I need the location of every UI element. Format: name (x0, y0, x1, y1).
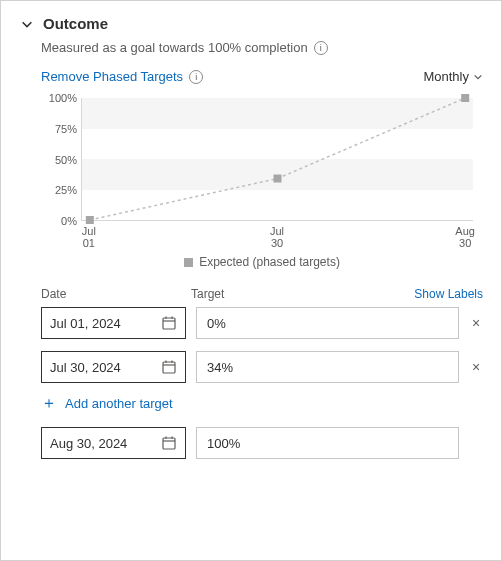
chevron-down-icon[interactable] (19, 16, 35, 32)
section-title: Outcome (43, 15, 108, 32)
target-field[interactable]: 100% (196, 427, 459, 459)
y-tick: 75% (41, 123, 77, 135)
subtitle-text: Measured as a goal towards 100% completi… (41, 40, 308, 55)
legend-swatch (184, 258, 193, 267)
x-tick: Jul 30 (270, 225, 284, 249)
target-value: 100% (207, 436, 240, 451)
show-labels-link[interactable]: Show Labels (414, 287, 483, 301)
date-field[interactable]: Aug 30, 2024 (41, 427, 186, 459)
target-field[interactable]: 0% (196, 307, 459, 339)
targets-header: Date Target Show Labels (41, 287, 483, 301)
target-value: 34% (207, 360, 233, 375)
y-tick: 0% (41, 215, 77, 227)
plot-area (81, 98, 473, 221)
date-value: Jul 30, 2024 (50, 360, 121, 375)
info-icon[interactable]: i (189, 70, 203, 84)
x-tick: Aug 30 (455, 225, 475, 249)
target-row: Jul 01, 2024 0% × (41, 307, 483, 339)
calendar-icon[interactable] (161, 315, 177, 331)
x-tick: Jul 01 (82, 225, 96, 249)
controls-row: Remove Phased Targets i Monthly (41, 69, 483, 84)
add-target-button[interactable]: ＋ Add another target (41, 395, 483, 411)
section-header: Outcome (19, 15, 483, 32)
date-field[interactable]: Jul 01, 2024 (41, 307, 186, 339)
col-target-header: Target (191, 287, 414, 301)
y-tick: 100% (41, 92, 77, 104)
target-field[interactable]: 34% (196, 351, 459, 383)
chart-marker (274, 175, 282, 183)
y-tick: 25% (41, 184, 77, 196)
date-value: Jul 01, 2024 (50, 316, 121, 331)
svg-rect-0 (163, 318, 175, 329)
svg-rect-8 (163, 438, 175, 449)
svg-rect-4 (163, 362, 175, 373)
target-value: 0% (207, 316, 226, 331)
chart-marker (461, 94, 469, 102)
col-date-header: Date (41, 287, 191, 301)
date-field[interactable]: Jul 30, 2024 (41, 351, 186, 383)
phased-targets-chart: 100% 75% 50% 25% 0% Jul 01 Jul 30 Aug 30 (41, 94, 483, 249)
remove-row-button[interactable]: × (469, 315, 483, 331)
plus-icon: ＋ (41, 395, 57, 411)
target-row: Jul 30, 2024 34% × (41, 351, 483, 383)
chart-marker (86, 216, 94, 224)
date-value: Aug 30, 2024 (50, 436, 127, 451)
section-subtitle: Measured as a goal towards 100% completi… (41, 40, 483, 55)
add-target-label: Add another target (65, 396, 173, 411)
legend-label: Expected (phased targets) (199, 255, 340, 269)
interval-dropdown[interactable]: Monthly (423, 69, 483, 84)
chart-legend: Expected (phased targets) (41, 255, 483, 269)
interval-label: Monthly (423, 69, 469, 84)
remove-row-button[interactable]: × (469, 359, 483, 375)
calendar-icon[interactable] (161, 359, 177, 375)
remove-phased-targets-link[interactable]: Remove Phased Targets (41, 69, 183, 84)
info-icon[interactable]: i (314, 41, 328, 55)
calendar-icon[interactable] (161, 435, 177, 451)
target-row-final: Aug 30, 2024 100% × (41, 427, 483, 459)
y-tick: 50% (41, 154, 77, 166)
